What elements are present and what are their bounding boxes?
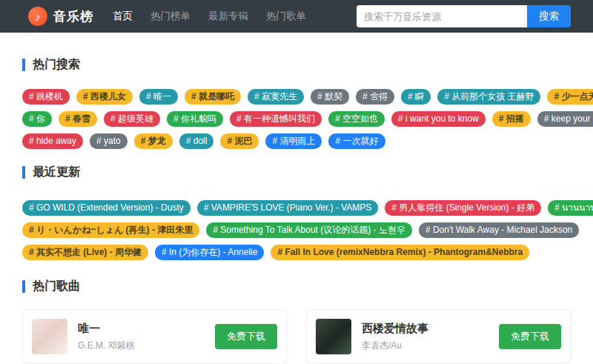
search-button[interactable]: 搜索 xyxy=(527,5,571,27)
hot-search-tag[interactable]: # 招摇 xyxy=(492,111,531,127)
song-card: 西楼爱情故事李袁杰/Au免费下载 xyxy=(306,309,571,364)
section-title-text: 最近更新 xyxy=(33,165,80,180)
album-art xyxy=(32,319,67,354)
recent-update-tag[interactable]: # Something To Talk About (议论的话题) - 노현우 xyxy=(206,222,412,238)
recent-update-tag[interactable]: # นานนาน Feat.B5 - ToR+ Saksit xyxy=(548,200,593,216)
section-title-recent-update: 最近更新 xyxy=(22,165,571,180)
hot-search-tag[interactable]: # 泥巴 xyxy=(220,133,259,149)
hot-search-tag[interactable]: # 少一点天分 xyxy=(547,89,593,105)
page-content: 热门搜索 # 跳楼机# 西楼儿女# 唯一# 就是哪吒# 寂寞先生# 默契# 舍得… xyxy=(0,57,593,364)
section-title-hot-songs: 热门歌曲 xyxy=(22,279,571,294)
hot-search-tag-row: # 你# 春雪# 超级英雄# 你礼貌吗# 有一种遗憾叫我们# 空空如也# i w… xyxy=(22,111,571,127)
hot-search-tag[interactable]: # 从前那个女孩 王赫野 xyxy=(437,89,540,105)
recent-update-tag-row: # GO WILD (Extended Version) - Dusty# VA… xyxy=(22,200,571,216)
music-note-logo-icon: ♪ xyxy=(28,7,47,26)
nav-item-hot-charts[interactable]: 热门榜单 xyxy=(150,10,191,23)
section-title-text: 热门歌曲 xyxy=(33,279,80,294)
top-navbar: ♪ 音乐榜 首页 热门榜单 最新专辑 热门歌单 搜索 xyxy=(0,0,593,33)
song-info: 唯一G.E.M. 邓紫棋 xyxy=(78,322,135,352)
hot-search-tag[interactable]: # 唯一 xyxy=(139,89,178,105)
brand-title: 音乐榜 xyxy=(53,8,93,25)
search-input[interactable] xyxy=(357,5,527,27)
hot-search-tag[interactable]: # 寂寞先生 xyxy=(248,89,304,105)
free-download-button[interactable]: 免费下载 xyxy=(499,324,561,349)
recent-update-tag[interactable]: # In (为你存在) - Annelie xyxy=(155,245,264,260)
recent-update-tag-list: # GO WILD (Extended Version) - Dusty# VA… xyxy=(22,200,571,260)
hot-search-tag[interactable]: # 西楼儿女 xyxy=(76,89,133,105)
song-title: 西楼爱情故事 xyxy=(362,322,428,336)
song-card: 唯一G.E.M. 邓紫棋免费下载 xyxy=(22,309,287,364)
hot-search-tag[interactable]: # 默契 xyxy=(311,89,349,105)
song-title: 唯一 xyxy=(78,322,135,336)
hot-search-tag[interactable]: # 你礼貌吗 xyxy=(167,111,223,127)
recent-update-tag[interactable]: # 其实不想走 (Live) - 周华健 xyxy=(22,245,148,260)
section-bar xyxy=(22,59,25,71)
song-artist: G.E.M. 邓紫棋 xyxy=(78,340,135,352)
brand[interactable]: ♪ 音乐榜 xyxy=(28,7,93,26)
section-title-hot-search: 热门搜索 xyxy=(22,57,571,73)
recent-update-tag-row: # 其实不想走 (Live) - 周华健# In (为你存在) - Anneli… xyxy=(22,245,571,260)
hot-search-tag[interactable]: # 春雪 xyxy=(59,111,97,127)
hot-search-tag[interactable]: # 跳楼机 xyxy=(22,89,70,105)
free-download-button[interactable]: 免费下载 xyxy=(215,324,277,349)
recent-update-tag[interactable]: # り・いんかね~しょん (再生) - 津田朱里 xyxy=(22,222,199,238)
section-title-text: 热门搜索 xyxy=(33,57,80,73)
hot-search-tag[interactable]: # i want you to know xyxy=(391,111,486,127)
recent-update-tag[interactable]: # Don't Walk Away - Michael Jackson xyxy=(419,222,579,238)
hot-search-tag[interactable]: # yato xyxy=(90,133,127,149)
hot-search-tag[interactable]: # doll xyxy=(179,133,214,149)
hot-search-tag[interactable]: # 有一种遗憾叫我们 xyxy=(230,111,322,127)
hot-search-tag[interactable]: # 瞬 xyxy=(401,89,431,105)
main-nav: 首页 热门榜单 最新专辑 热门歌单 xyxy=(113,10,306,23)
hot-search-tag[interactable]: # hide away xyxy=(22,133,83,149)
hot-search-tag[interactable]: # 空空如也 xyxy=(328,111,385,127)
nav-item-new-albums[interactable]: 最新专辑 xyxy=(208,10,248,23)
hot-search-tag-row: # hide away# yato# 梦龙# doll# 泥巴# 清明雨上# 一… xyxy=(22,133,571,149)
recent-update-tag[interactable]: # VAMPIRE'S LOVE (Piano Ver.) - VAMPS xyxy=(197,200,379,216)
nav-item-home[interactable]: 首页 xyxy=(113,10,133,23)
hot-search-tag[interactable]: # keep your eyes on me xyxy=(537,111,593,127)
song-artist: 李袁杰/Au xyxy=(362,340,428,352)
hot-search-tag-list: # 跳楼机# 西楼儿女# 唯一# 就是哪吒# 寂寞先生# 默契# 舍得# 瞬# … xyxy=(22,89,571,149)
recent-update-tag-row: # り・いんかね~しょん (再生) - 津田朱里# Something To T… xyxy=(22,222,571,238)
recent-update-tag[interactable]: # GO WILD (Extended Version) - Dusty xyxy=(22,200,191,216)
recent-update-tag[interactable]: # Fall In Love (remixNebbra Remix) - Pha… xyxy=(271,245,529,260)
search-bar: 搜索 xyxy=(357,5,571,27)
hot-search-tag[interactable]: # 超级英雄 xyxy=(104,111,160,127)
hot-search-tag[interactable]: # 梦龙 xyxy=(134,133,173,149)
song-info: 西楼爱情故事李袁杰/Au xyxy=(362,322,428,352)
hot-search-tag[interactable]: # 就是哪吒 xyxy=(185,89,241,105)
nav-item-hot-playlists[interactable]: 热门歌单 xyxy=(266,10,306,23)
hot-search-tag[interactable]: # 一次就好 xyxy=(328,133,385,149)
section-bar xyxy=(22,280,25,293)
section-bar xyxy=(22,166,25,179)
hot-search-tag[interactable]: # 你 xyxy=(22,111,52,127)
recent-update-tag[interactable]: # 男人靠得住 (Single Version) - 好弟 xyxy=(385,200,541,216)
hot-search-tag[interactable]: # 舍得 xyxy=(356,89,394,105)
album-art xyxy=(316,319,351,354)
hot-song-card-list: 唯一G.E.M. 邓紫棋免费下载西楼爱情故事李袁杰/Au免费下载 xyxy=(22,309,571,364)
hot-search-tag[interactable]: # 清明雨上 xyxy=(265,133,322,149)
hot-search-tag-row: # 跳楼机# 西楼儿女# 唯一# 就是哪吒# 寂寞先生# 默契# 舍得# 瞬# … xyxy=(22,89,571,105)
